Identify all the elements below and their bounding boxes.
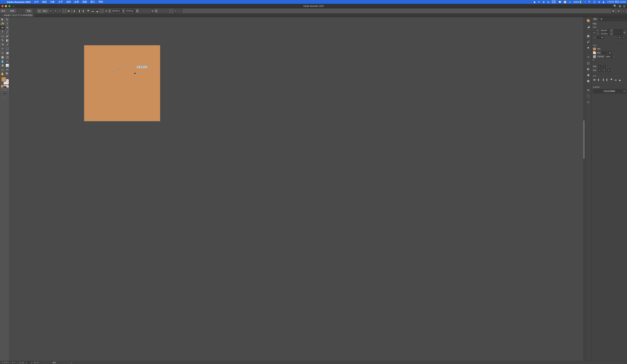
menu-select[interactable]: 选择 <box>64 0 73 3</box>
connect-anchor-btn[interactable]: ⟳ <box>603 69 606 72</box>
arrange-documents-icon[interactable]: ▦ <box>619 4 621 8</box>
close-button[interactable] <box>1 5 3 7</box>
swatches-panel-icon[interactable]: ▦ <box>587 34 590 38</box>
scale-tool[interactable]: ⤢ <box>5 42 10 46</box>
menu-effect[interactable]: 效果 <box>73 0 81 3</box>
zoom-tool[interactable]: 🔍 <box>5 72 10 76</box>
y-input[interactable] <box>125 9 135 13</box>
menu-help[interactable]: 帮助 <box>97 0 105 3</box>
play-icon[interactable]: ⊙ <box>569 1 571 3</box>
blend-tool[interactable]: ⟐ <box>5 59 10 63</box>
isolate-button[interactable]: ▣▾ <box>67 9 71 13</box>
width-tool[interactable]: ⟐ <box>0 46 5 51</box>
shaper-tool[interactable]: ✎ <box>0 38 5 42</box>
connect-anchor-button[interactable]: ⟳ <box>53 9 57 13</box>
align-left-button[interactable]: ▌ <box>73 9 76 13</box>
symbol-sprayer-tool[interactable]: ✿ <box>0 63 5 67</box>
x-input[interactable] <box>111 9 122 13</box>
cut-path-button[interactable]: ✄ <box>58 9 62 13</box>
opacity-input[interactable] <box>605 55 612 58</box>
opacity-caret-icon[interactable]: › <box>613 56 614 58</box>
angle-select[interactable] <box>597 36 604 39</box>
tab-library[interactable]: 库 <box>599 17 604 21</box>
draw-inside[interactable] <box>6 88 8 91</box>
draw-behind[interactable] <box>4 88 6 91</box>
menu-edit[interactable]: 编辑 <box>40 0 49 3</box>
appearance-more-icon[interactable]: ⋯ <box>593 62 626 64</box>
shape-builder-tool[interactable]: ⬡ <box>0 51 5 55</box>
draw-normal[interactable] <box>1 88 3 91</box>
menu-window[interactable]: 窗口 <box>89 0 97 3</box>
line-tool[interactable]: ╱ <box>5 30 10 34</box>
align-to-button[interactable]: ▣▾ <box>593 78 596 82</box>
menu-view[interactable]: 视图 <box>81 0 89 3</box>
gradient-panel-icon[interactable]: ◫ <box>587 61 590 65</box>
none-swatch[interactable] <box>6 85 8 88</box>
status-caret-icon[interactable]: ▸ <box>71 362 72 364</box>
graphic-styles-icon[interactable]: ▣ <box>587 79 590 83</box>
fill-swatch[interactable] <box>1 77 6 82</box>
gradient-tool[interactable]: ◫ <box>5 55 10 59</box>
menu-object[interactable]: 对象 <box>49 0 56 3</box>
appearance-panel-icon[interactable]: ◉ <box>587 73 590 77</box>
siri-icon[interactable]: ◐ <box>603 1 605 3</box>
props-y-input[interactable] <box>600 33 609 35</box>
transform-origin-icon[interactable]: ⊞ <box>104 9 108 13</box>
perspective-grid-tool[interactable]: ▦ <box>5 51 10 55</box>
align-right-btn[interactable]: ▌ <box>606 78 609 82</box>
battery-indicator[interactable]: 100% 🔋 <box>573 1 582 3</box>
align-center-v-btn[interactable]: ▬ <box>614 78 617 82</box>
screen-mode-button[interactable]: ▭ <box>1 91 9 95</box>
last-artboard-button[interactable]: ⏭ <box>37 362 39 364</box>
maximize-button[interactable] <box>8 5 10 7</box>
mic-icon[interactable]: 🎙 <box>538 1 540 3</box>
align-center-v-button[interactable]: ▬ <box>91 9 95 13</box>
props-x-input[interactable] <box>600 29 609 32</box>
next-artboard-button[interactable]: ▶ <box>34 362 36 364</box>
perspective-button[interactable]: ▤ <box>617 9 620 13</box>
eyedropper-tool[interactable]: 💧 <box>0 59 5 63</box>
artboards-panel-icon[interactable]: ▭ <box>587 100 590 104</box>
datetime[interactable]: 1月5日 周五 23:04 <box>607 0 626 3</box>
color-guide-icon[interactable]: ◢ <box>587 25 590 28</box>
stroke-panel-icon[interactable]: ≡ <box>587 55 590 59</box>
first-artboard-button[interactable]: ⏮ <box>19 362 21 364</box>
vertical-scrollbar[interactable] <box>583 17 585 361</box>
app-menu[interactable]: Adobe Illustrator 2023 <box>5 1 32 3</box>
align-top-btn[interactable]: ▀ <box>610 78 613 82</box>
link-dimensions-icon[interactable]: ⛓ <box>624 32 626 34</box>
slice-tool[interactable]: ✂ <box>5 67 10 72</box>
spotlight-icon[interactable]: 🔍 <box>588 1 591 3</box>
flip-v-button[interactable]: ⥮ <box>622 36 626 39</box>
remove-anchor-button[interactable]: ✂ <box>49 9 53 13</box>
color-swatch[interactable] <box>1 85 3 88</box>
menu-type[interactable]: 文字 <box>56 0 64 3</box>
more-options-button[interactable]: ⟐▾ <box>178 9 182 13</box>
workspace-icon[interactable]: ▥ <box>623 4 626 8</box>
grid-button[interactable]: ▦ <box>611 9 615 13</box>
artboard-select[interactable]: 1 ▾ <box>25 361 33 364</box>
align-more-icon[interactable]: ⋯ <box>593 82 626 84</box>
stroke-color-swatch[interactable] <box>593 51 596 54</box>
handle-hide-button[interactable]: ⟍ <box>37 9 41 13</box>
artboard[interactable] <box>84 45 160 121</box>
align-bottom-btn[interactable]: ▄ <box>618 78 622 82</box>
align-bottom-button[interactable]: ▄ <box>95 9 99 13</box>
transparency-panel-icon[interactable]: ◐ <box>587 67 590 71</box>
rotate-tool[interactable]: ⟲ <box>0 42 5 46</box>
shape-properties-button[interactable]: ✦ <box>174 9 178 13</box>
minimize-button[interactable] <box>5 5 7 7</box>
align-center-h-button[interactable]: ▐ <box>77 9 81 13</box>
hand-tool[interactable]: ✋ <box>0 72 5 76</box>
remove-anchor-btn[interactable]: ✂ <box>598 69 601 72</box>
tab-close-icon[interactable]: × <box>2 14 3 16</box>
wifi-icon[interactable]: ⌔ <box>584 1 586 3</box>
opacity-swatch[interactable] <box>593 55 596 58</box>
align-left-btn[interactable]: ▌ <box>597 78 601 82</box>
symbols-panel-icon[interactable]: ♣ <box>587 46 590 49</box>
reference-point-icon[interactable]: ⊡ <box>593 31 595 34</box>
align-center-h-btn[interactable]: ▐ <box>601 78 605 82</box>
search-icon[interactable]: 🔍 <box>613 4 617 8</box>
stroke-weight-input[interactable] <box>602 51 607 54</box>
curvature-tool[interactable]: ✎ <box>5 26 10 30</box>
